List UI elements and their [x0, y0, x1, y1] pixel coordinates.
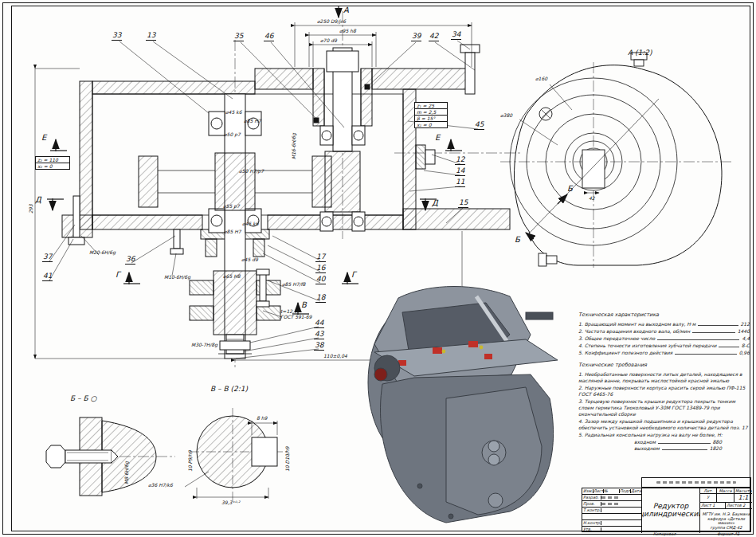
section-letter-d-right: Д [432, 199, 438, 207]
tb-row-razrab: Разраб. [582, 495, 642, 501]
gear-param: x₁ = 0 [415, 122, 447, 127]
gear-param: β = 15° [415, 116, 447, 122]
dim-chain-2: ГОСТ 591-69 [280, 315, 311, 319]
tb-row-tkontr: Т.контр. [582, 508, 642, 514]
tb-row-label: Утв. [583, 527, 601, 532]
section-letter-b-2: Б [515, 236, 520, 244]
designation-blurred-code [656, 481, 736, 484]
tb-row-prov: Пров. [582, 501, 642, 508]
callout-34: 34 [451, 31, 461, 40]
dim-70: ⌀70 d9 [320, 38, 337, 43]
req-item: 1. Необработанные поверхности литых дета… [578, 371, 750, 384]
callout-16: 16 [315, 265, 326, 273]
callout-39: 39 [411, 33, 421, 41]
callout-46: 46 [264, 33, 274, 41]
dim-85h7-bot: ⌀85 H7 [224, 229, 241, 234]
dim-45d9: ⌀45 d9 [241, 257, 258, 262]
gear-table-wheel: z₂ = 110 x₂ = 0 [35, 156, 70, 170]
tb-row-label: Пров. [583, 502, 601, 506]
dim-a160: ⌀160 [535, 76, 547, 81]
tb-col-izm: Изм. [583, 489, 593, 493]
render-3d [368, 287, 558, 523]
section-letter-g-left: Г [116, 271, 120, 279]
doc-name-line2: цилиндрический [642, 511, 700, 519]
tb-mass-value [717, 494, 734, 503]
req-item: 3. Торцевую поверхность крышки редуктора… [578, 398, 750, 417]
dim-36h7: ⌀36 H7/k6 [148, 483, 173, 488]
tb-row-nkontr: Н.контр. [582, 520, 642, 527]
load-value: 880 [713, 439, 722, 445]
tb-doc-name: Редуктор цилиндрический [642, 488, 700, 533]
tech-item-value: 0,96 [739, 350, 750, 355]
tech-item-label: 2. Частота вращения входного вала, об/ми… [578, 328, 690, 334]
callout-17: 17 [315, 253, 326, 262]
dim-95: ⌀95 h8 [339, 29, 356, 33]
view-a-title: А (1:2) [628, 49, 652, 57]
drawing-linework [0, 0, 756, 537]
req-item: 4. Зазор между крышкой подшипника и крыш… [578, 418, 750, 431]
callout-13: 13 [146, 32, 156, 41]
dim-key-10p9: 10 P9/h9 [188, 450, 193, 472]
callout-42: 42 [429, 33, 439, 41]
tech-item-label: 4. Степень точности изготовления зубчато… [578, 343, 716, 348]
req-item: 5. Радиальная консольная нагрузка на вал… [578, 432, 750, 438]
dim-65h8: ⌀65 H8 [223, 274, 240, 279]
dim-50h7p7: ⌀50 H7/p7 [239, 169, 264, 174]
dim-m30: М30-7Н/8g [191, 343, 217, 347]
callout-35: 35 [233, 33, 244, 41]
callout-14: 14 [455, 167, 465, 176]
tech-item: 1. Вращающий момент на выходном валу, Н·… [578, 321, 750, 327]
tech-characteristics-title: Техническая характеристика [578, 312, 750, 318]
callout-44: 44 [314, 319, 324, 328]
tech-item-label: 1. Вращающий момент на выходном валу, Н·… [578, 321, 695, 327]
tb-row-label: Т.контр. [583, 508, 601, 512]
gear-param: z₂ = 110 [36, 157, 69, 163]
dim-m8: М8-6Н/6g [124, 461, 129, 484]
load-row: выходном1820 [634, 445, 722, 451]
title-block: Изм. Лист № докум. Подп. Дата Разраб. Пр… [582, 488, 751, 532]
section-vv-title: В – В (2:1) [210, 386, 248, 393]
tb-name-blurred [601, 503, 621, 505]
section-letter-g-right: Г [351, 271, 356, 279]
section-letter-b-1: Б [567, 185, 573, 193]
drawing-designation [641, 477, 751, 488]
gear-wheel [139, 153, 331, 210]
tb-name-blurred [601, 496, 621, 499]
dim-85h7f8: ⌀85 H7/f8 [282, 282, 305, 287]
tb-scale-header: Масштаб [734, 488, 752, 494]
dim-45k6-bot: ⌀45 k6 [242, 221, 258, 226]
dim-110: 110±0,04 [323, 354, 347, 359]
tb-row-label: Н.контр. [583, 521, 601, 525]
tb-col-list: Лист [593, 489, 604, 493]
dim-250: ⌀250 D9/js6 [317, 19, 346, 24]
callout-40: 40 [315, 276, 326, 284]
dim-m10: М10-6Н/6g [164, 275, 190, 280]
callout-38: 38 [314, 342, 324, 351]
dim-key-8h9: 8 h9 [257, 416, 267, 421]
tech-item-value: 1440 [738, 328, 750, 334]
tb-lit-value: у [700, 494, 717, 503]
callout-43: 43 [314, 331, 324, 339]
tb-scale-value: 1:1 [734, 494, 752, 503]
drawing-sheet: А Е Д Е Д Г Г В 33 13 35 46 39 42 34 45 … [0, 0, 756, 537]
tech-item-label: 5. Коэффициент полезного действия [578, 350, 672, 355]
view-a-linework [500, 53, 733, 268]
tb-mass-header: Масса [717, 488, 734, 494]
dim-a42: 42 [589, 196, 595, 201]
section-letter-e-left: Е [41, 134, 46, 142]
req-item: 2. Наружные поверхности корпуса красить … [578, 385, 750, 398]
section-letter-e-right: Е [435, 134, 440, 142]
dim-key-10d10: 10 D10/h9 [285, 447, 290, 472]
tb-sheets-total: Листов 2 [726, 503, 752, 509]
section-letter-a: А [343, 6, 349, 14]
copied-label: Копировал [653, 532, 676, 536]
tech-item: 2. Частота вращения входного вала, об/ми… [578, 328, 750, 334]
callout-36: 36 [125, 256, 135, 265]
tech-requirements-title: Технические требования [578, 362, 750, 368]
technical-text: Техническая характеристика 1. Вращающий … [578, 312, 750, 452]
callout-45: 45 [474, 121, 484, 130]
gear-table-pinion: z₁ = 25 m = 2,5 β = 15° x₁ = 0 [414, 102, 448, 128]
tb-row-utv: Утв. [582, 527, 642, 533]
tb-col-date: Дата [631, 489, 640, 493]
dim-45k6-top: ⌀45 k6 [225, 110, 241, 115]
